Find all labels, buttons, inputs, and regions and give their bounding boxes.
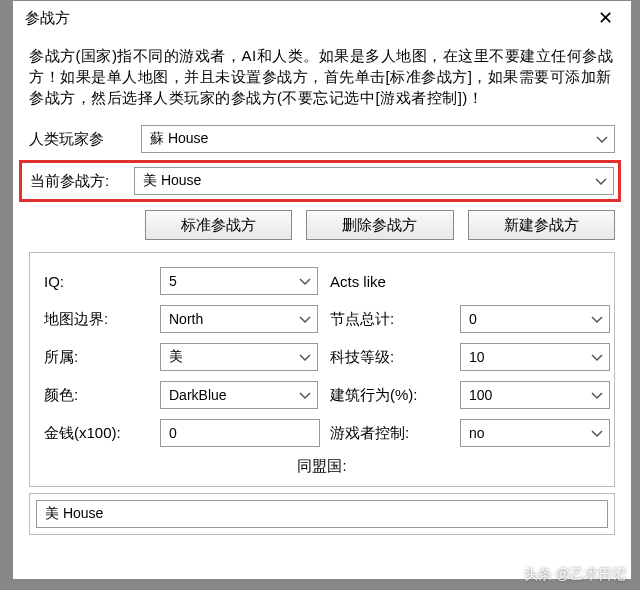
- node-count-select[interactable]: 0: [460, 305, 610, 333]
- build-pct-select[interactable]: 100: [460, 381, 610, 409]
- player-control-value: no: [469, 425, 485, 441]
- node-count-value: 0: [469, 311, 477, 327]
- ally-group: 美 House: [29, 493, 615, 535]
- chevron-down-icon: [595, 173, 607, 189]
- side-label: 所属:: [44, 348, 150, 367]
- iq-value: 5: [169, 273, 177, 289]
- color-select[interactable]: DarkBlue: [160, 381, 318, 409]
- chevron-down-icon: [299, 387, 311, 403]
- properties-group: IQ: 5 Acts like 地图边界: North 节点总计: 0 所属:: [29, 252, 615, 487]
- dialog-window: 参战方 ✕ 参战方(国家)指不同的游戏者，AI和人类。如果是多人地图，在这里不要…: [12, 0, 632, 580]
- map-edge-select[interactable]: North: [160, 305, 318, 333]
- button-row: 标准参战方 删除参战方 新建参战方: [145, 210, 615, 240]
- side-value: 美: [169, 348, 183, 366]
- titlebar: 参战方 ✕: [13, 1, 631, 35]
- money-value: 0: [169, 425, 177, 441]
- tech-level-label: 科技等级:: [330, 348, 450, 367]
- chevron-down-icon: [299, 273, 311, 289]
- iq-select[interactable]: 5: [160, 267, 318, 295]
- human-player-label: 人类玩家参: [29, 130, 141, 149]
- ally-input[interactable]: 美 House: [36, 500, 608, 528]
- color-label: 颜色:: [44, 386, 150, 405]
- description-text: 参战方(国家)指不同的游戏者，AI和人类。如果是多人地图，在这里不要建立任何参战…: [29, 45, 615, 108]
- tech-level-select[interactable]: 10: [460, 343, 610, 371]
- chevron-down-icon: [596, 131, 608, 147]
- build-pct-label: 建筑行为(%):: [330, 386, 450, 405]
- player-control-select[interactable]: no: [460, 419, 610, 447]
- acts-like-label: Acts like: [330, 273, 450, 290]
- chevron-down-icon: [299, 349, 311, 365]
- ally-value: 美 House: [45, 505, 103, 523]
- node-count-label: 节点总计:: [330, 310, 450, 329]
- current-side-select[interactable]: 美 House: [134, 167, 614, 195]
- content-area: 参战方(国家)指不同的游戏者，AI和人类。如果是多人地图，在这里不要建立任何参战…: [13, 35, 631, 543]
- chevron-down-icon: [591, 349, 603, 365]
- delete-side-button[interactable]: 删除参战方: [306, 210, 453, 240]
- ally-label: 同盟国:: [44, 457, 600, 476]
- map-edge-value: North: [169, 311, 203, 327]
- color-value: DarkBlue: [169, 387, 227, 403]
- build-pct-value: 100: [469, 387, 492, 403]
- iq-label: IQ:: [44, 273, 150, 290]
- window-title: 参战方: [25, 9, 70, 28]
- map-edge-label: 地图边界:: [44, 310, 150, 329]
- current-side-row: 当前参战方: 美 House: [19, 160, 621, 202]
- current-side-value: 美 House: [143, 172, 201, 190]
- money-label: 金钱(x100):: [44, 424, 150, 443]
- tech-level-value: 10: [469, 349, 485, 365]
- chevron-down-icon: [591, 425, 603, 441]
- close-icon[interactable]: ✕: [591, 7, 619, 29]
- money-input[interactable]: 0: [160, 419, 320, 447]
- human-player-value: 蘇 House: [150, 130, 208, 148]
- side-select[interactable]: 美: [160, 343, 318, 371]
- create-side-button[interactable]: 新建参战方: [468, 210, 615, 240]
- watermark-text: 头条 @乙术日记: [524, 566, 626, 584]
- chevron-down-icon: [591, 387, 603, 403]
- player-control-label: 游戏者控制:: [330, 424, 450, 443]
- chevron-down-icon: [299, 311, 311, 327]
- properties-grid: IQ: 5 Acts like 地图边界: North 节点总计: 0 所属:: [44, 267, 600, 447]
- human-player-select[interactable]: 蘇 House: [141, 125, 615, 153]
- current-side-label: 当前参战方:: [30, 172, 134, 191]
- standard-side-button[interactable]: 标准参战方: [145, 210, 292, 240]
- human-player-row: 人类玩家参 蘇 House: [29, 124, 615, 154]
- chevron-down-icon: [591, 311, 603, 327]
